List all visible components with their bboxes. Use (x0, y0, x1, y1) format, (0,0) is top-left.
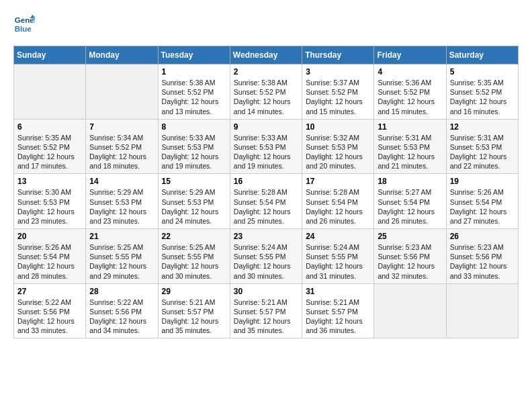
day-number: 1 (162, 67, 226, 77)
calendar-cell: 3Sunrise: 5:37 AMSunset: 5:52 PMDaylight… (302, 64, 374, 120)
cell-info: Sunrise: 5:22 AMSunset: 5:56 PMDaylight:… (89, 298, 146, 335)
weekday-header-saturday: Saturday (446, 46, 518, 64)
cell-info: Sunrise: 5:26 AMSunset: 5:54 PMDaylight:… (450, 188, 507, 225)
day-number: 24 (306, 232, 370, 241)
day-number: 28 (89, 287, 154, 296)
day-number: 19 (450, 177, 515, 186)
cell-info: Sunrise: 5:26 AMSunset: 5:54 PMDaylight:… (17, 243, 75, 280)
day-number: 23 (234, 232, 298, 241)
cell-info: Sunrise: 5:24 AMSunset: 5:55 PMDaylight:… (306, 243, 363, 280)
calendar-cell: 18Sunrise: 5:27 AMSunset: 5:54 PMDayligh… (374, 174, 446, 229)
weekday-header-sunday: Sunday (14, 46, 86, 64)
calendar-table: SundayMondayTuesdayWednesdayThursdayFrid… (13, 46, 519, 338)
calendar-cell: 6Sunrise: 5:35 AMSunset: 5:52 PMDaylight… (14, 119, 86, 174)
cell-info: Sunrise: 5:21 AMSunset: 5:57 PMDaylight:… (162, 298, 219, 335)
cell-info: Sunrise: 5:38 AMSunset: 5:52 PMDaylight:… (234, 79, 291, 116)
calendar-cell: 23Sunrise: 5:24 AMSunset: 5:55 PMDayligh… (230, 229, 302, 284)
calendar-cell: 7Sunrise: 5:34 AMSunset: 5:52 PMDaylight… (86, 119, 158, 174)
calendar-cell (446, 283, 518, 338)
cell-info: Sunrise: 5:31 AMSunset: 5:53 PMDaylight:… (378, 134, 435, 171)
week-row-4: 20Sunrise: 5:26 AMSunset: 5:54 PMDayligh… (14, 229, 519, 284)
day-number: 13 (17, 177, 82, 186)
cell-info: Sunrise: 5:36 AMSunset: 5:52 PMDaylight:… (378, 79, 435, 116)
calendar-cell (14, 64, 86, 120)
calendar-cell: 12Sunrise: 5:31 AMSunset: 5:53 PMDayligh… (446, 119, 518, 174)
cell-info: Sunrise: 5:38 AMSunset: 5:52 PMDaylight:… (162, 79, 219, 116)
logo: General Blue (13, 13, 35, 35)
cell-info: Sunrise: 5:30 AMSunset: 5:53 PMDaylight:… (17, 188, 75, 225)
calendar-cell: 9Sunrise: 5:33 AMSunset: 5:53 PMDaylight… (230, 119, 302, 174)
cell-info: Sunrise: 5:32 AMSunset: 5:53 PMDaylight:… (306, 134, 363, 171)
page-header: General Blue (13, 13, 519, 35)
cell-info: Sunrise: 5:28 AMSunset: 5:54 PMDaylight:… (234, 188, 291, 225)
cell-info: Sunrise: 5:24 AMSunset: 5:55 PMDaylight:… (234, 243, 291, 280)
day-number: 16 (234, 177, 298, 186)
cell-info: Sunrise: 5:31 AMSunset: 5:53 PMDaylight:… (450, 134, 507, 171)
cell-info: Sunrise: 5:35 AMSunset: 5:52 PMDaylight:… (17, 134, 75, 171)
svg-text:Blue: Blue (15, 25, 32, 33)
cell-info: Sunrise: 5:27 AMSunset: 5:54 PMDaylight:… (378, 188, 435, 225)
calendar-cell (374, 283, 446, 338)
calendar-cell: 1Sunrise: 5:38 AMSunset: 5:52 PMDaylight… (158, 64, 230, 120)
day-number: 26 (450, 232, 515, 241)
cell-info: Sunrise: 5:25 AMSunset: 5:55 PMDaylight:… (89, 243, 146, 280)
cell-info: Sunrise: 5:21 AMSunset: 5:57 PMDaylight:… (234, 298, 291, 335)
calendar-cell: 26Sunrise: 5:23 AMSunset: 5:56 PMDayligh… (446, 229, 518, 284)
weekday-header-thursday: Thursday (302, 46, 374, 64)
cell-info: Sunrise: 5:29 AMSunset: 5:53 PMDaylight:… (162, 188, 219, 225)
cell-info: Sunrise: 5:34 AMSunset: 5:52 PMDaylight:… (89, 134, 146, 171)
day-number: 2 (234, 67, 298, 77)
calendar-cell: 16Sunrise: 5:28 AMSunset: 5:54 PMDayligh… (230, 174, 302, 229)
calendar-cell: 5Sunrise: 5:35 AMSunset: 5:52 PMDaylight… (446, 64, 518, 120)
cell-info: Sunrise: 5:21 AMSunset: 5:57 PMDaylight:… (306, 298, 363, 335)
weekday-header-wednesday: Wednesday (230, 46, 302, 64)
logo-icon: General Blue (13, 13, 35, 35)
cell-info: Sunrise: 5:29 AMSunset: 5:53 PMDaylight:… (89, 188, 146, 225)
day-number: 7 (89, 122, 154, 132)
day-number: 27 (17, 287, 82, 296)
week-row-2: 6Sunrise: 5:35 AMSunset: 5:52 PMDaylight… (14, 119, 519, 174)
weekday-header-monday: Monday (86, 46, 158, 64)
calendar-cell: 19Sunrise: 5:26 AMSunset: 5:54 PMDayligh… (446, 174, 518, 229)
calendar-cell: 13Sunrise: 5:30 AMSunset: 5:53 PMDayligh… (14, 174, 86, 229)
calendar-cell: 30Sunrise: 5:21 AMSunset: 5:57 PMDayligh… (230, 283, 302, 338)
cell-info: Sunrise: 5:23 AMSunset: 5:56 PMDaylight:… (378, 243, 435, 280)
calendar-cell: 28Sunrise: 5:22 AMSunset: 5:56 PMDayligh… (86, 283, 158, 338)
day-number: 29 (162, 287, 226, 296)
cell-info: Sunrise: 5:23 AMSunset: 5:56 PMDaylight:… (450, 243, 507, 280)
calendar-cell: 17Sunrise: 5:28 AMSunset: 5:54 PMDayligh… (302, 174, 374, 229)
day-number: 14 (89, 177, 154, 186)
calendar-cell: 10Sunrise: 5:32 AMSunset: 5:53 PMDayligh… (302, 119, 374, 174)
day-number: 15 (162, 177, 226, 186)
day-number: 9 (234, 122, 298, 132)
calendar-cell (86, 64, 158, 120)
day-number: 20 (17, 232, 82, 241)
day-number: 18 (378, 177, 442, 186)
day-number: 5 (450, 67, 515, 77)
calendar-cell: 14Sunrise: 5:29 AMSunset: 5:53 PMDayligh… (86, 174, 158, 229)
weekday-header-row: SundayMondayTuesdayWednesdayThursdayFrid… (14, 46, 519, 64)
day-number: 3 (306, 67, 370, 77)
week-row-3: 13Sunrise: 5:30 AMSunset: 5:53 PMDayligh… (14, 174, 519, 229)
calendar-cell: 11Sunrise: 5:31 AMSunset: 5:53 PMDayligh… (374, 119, 446, 174)
day-number: 12 (450, 122, 515, 132)
week-row-5: 27Sunrise: 5:22 AMSunset: 5:56 PMDayligh… (14, 283, 519, 338)
calendar-cell: 2Sunrise: 5:38 AMSunset: 5:52 PMDaylight… (230, 64, 302, 120)
calendar-cell: 27Sunrise: 5:22 AMSunset: 5:56 PMDayligh… (14, 283, 86, 338)
calendar-cell: 15Sunrise: 5:29 AMSunset: 5:53 PMDayligh… (158, 174, 230, 229)
day-number: 11 (378, 122, 442, 132)
cell-info: Sunrise: 5:33 AMSunset: 5:53 PMDaylight:… (234, 134, 291, 171)
weekday-header-tuesday: Tuesday (158, 46, 230, 64)
day-number: 4 (378, 67, 442, 77)
cell-info: Sunrise: 5:25 AMSunset: 5:55 PMDaylight:… (162, 243, 219, 280)
day-number: 8 (162, 122, 226, 132)
day-number: 17 (306, 177, 370, 186)
day-number: 31 (306, 287, 370, 296)
calendar-cell: 22Sunrise: 5:25 AMSunset: 5:55 PMDayligh… (158, 229, 230, 284)
cell-info: Sunrise: 5:37 AMSunset: 5:52 PMDaylight:… (306, 79, 363, 116)
day-number: 25 (378, 232, 442, 241)
calendar-cell: 21Sunrise: 5:25 AMSunset: 5:55 PMDayligh… (86, 229, 158, 284)
cell-info: Sunrise: 5:22 AMSunset: 5:56 PMDaylight:… (17, 298, 75, 335)
calendar-cell: 24Sunrise: 5:24 AMSunset: 5:55 PMDayligh… (302, 229, 374, 284)
calendar-cell: 8Sunrise: 5:33 AMSunset: 5:53 PMDaylight… (158, 119, 230, 174)
